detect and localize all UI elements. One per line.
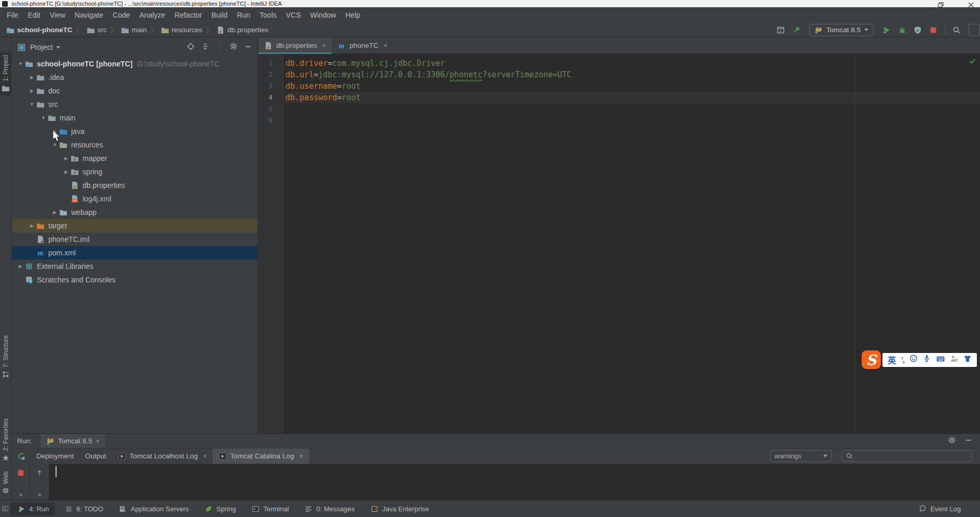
code-line-5[interactable]: 5 (258, 103, 980, 115)
tool-window-button[interactable] (773, 23, 788, 37)
run-configuration-select[interactable]: Tomcat 8.5 (809, 24, 874, 36)
statusbar-6-todo[interactable]: 6: TODO (58, 502, 110, 515)
tree-item-idea[interactable]: ▶.idea (12, 71, 257, 84)
ime-punctuation-toggle[interactable]: ’, (901, 356, 904, 364)
close-window-icon[interactable] (967, 1, 975, 9)
close-icon[interactable]: × (384, 42, 388, 49)
editor-tab-db-properties[interactable]: db.properties× (258, 37, 332, 53)
tree-open-arrow-icon[interactable]: ▼ (16, 61, 25, 66)
tree-item-java[interactable]: ▶java (12, 125, 257, 138)
code-line-2[interactable]: 2db.url=jdbc:mysql://127.0.0.1:3306/phon… (258, 69, 980, 80)
breadcrumb-main[interactable]: main (120, 26, 148, 34)
tree-closed-arrow-icon[interactable]: ▶ (28, 223, 36, 228)
coverage-button[interactable] (910, 23, 925, 37)
run-button[interactable] (879, 23, 894, 37)
code-line-4[interactable]: 4db.password=root (258, 92, 980, 103)
menu-code[interactable]: Code (108, 7, 134, 22)
more-actions-chevrons[interactable]: » (19, 491, 23, 498)
stop-button-icon[interactable] (17, 469, 25, 477)
editor-tab-phonetc[interactable]: mphoneTC× (332, 37, 393, 53)
menu-help[interactable]: Help (341, 7, 365, 22)
scroll-up-icon[interactable] (35, 469, 44, 477)
editor-body[interactable]: 1db.driver=com.mysql.cj.jdbc.Driver2db.u… (258, 54, 980, 433)
close-icon[interactable]: × (300, 452, 304, 460)
menu-vcs[interactable]: VCS (281, 7, 306, 22)
menu-tools[interactable]: Tools (255, 7, 281, 22)
console-tab-tomcat-catalina-log[interactable]: Tomcat Catalina Log× (213, 448, 309, 464)
ime-person-button[interactable]: 11 (950, 355, 958, 365)
menu-analyze[interactable]: Analyze (135, 7, 170, 22)
statusbar-application-servers[interactable]: Application Servers (113, 502, 195, 515)
more-actions-chevrons[interactable]: » (38, 491, 42, 498)
tree-item-doc[interactable]: ▶doc (12, 84, 257, 98)
tree-closed-arrow-icon[interactable]: ▶ (62, 169, 71, 174)
ime-mic-button[interactable] (923, 355, 931, 365)
close-icon[interactable]: × (203, 452, 207, 460)
ime-smiley-button[interactable] (909, 355, 918, 365)
tree-open-arrow-icon[interactable]: ▼ (39, 115, 48, 120)
tree-closed-arrow-icon[interactable]: ▶ (28, 75, 36, 80)
tree-item-mapper[interactable]: ▶mapper (12, 152, 257, 165)
tree-closed-arrow-icon[interactable]: ▶ (16, 264, 25, 269)
restore-window-icon[interactable] (936, 1, 945, 9)
tree-item-webapp[interactable]: ▶webapp (12, 206, 257, 219)
tree-item-school-phonetc-phonetc[interactable]: ▼school-phoneTC [phoneTC]G:\study\school… (12, 57, 257, 71)
project-panel-title[interactable]: Project (30, 43, 53, 51)
tree-closed-arrow-icon[interactable]: ▶ (28, 88, 36, 93)
tree-item-spring[interactable]: ▶spring (12, 165, 257, 179)
tree-item-scratches-and-consoles[interactable]: Scratches and Consoles (12, 273, 257, 287)
sogou-logo-icon[interactable]: S (862, 350, 881, 369)
tree-item-log4j-xml[interactable]: <>log4j.xml (12, 192, 257, 206)
ime-language-mode[interactable]: 英 (888, 353, 896, 366)
chevron-down-icon[interactable] (56, 46, 60, 49)
statusbar-terminal[interactable]: Terminal (245, 502, 295, 515)
console-tab-tomcat-localhost-log[interactable]: Tomcat Localhost Log× (112, 448, 213, 464)
tree-item-target[interactable]: ▶target (12, 219, 257, 233)
tree-item-phonetc-iml[interactable]: phoneTC.iml (12, 233, 257, 246)
run-session-tab[interactable]: Tomcat 8.5 × (40, 434, 106, 448)
console-tab-deployment[interactable]: Deployment (31, 448, 79, 464)
hide-button[interactable] (244, 43, 252, 52)
tree-item-main[interactable]: ▼main (12, 111, 257, 125)
stripe-2-favorites[interactable]: 2: Favorites (0, 415, 11, 465)
tree-open-arrow-icon[interactable]: ▼ (28, 102, 36, 107)
ime-keyboard-button[interactable] (936, 355, 945, 365)
code-lines[interactable]: 1db.driver=com.mysql.cj.jdbc.Driver2db.u… (258, 58, 980, 126)
tree-item-db-properties[interactable]: db.properties (12, 179, 257, 192)
menu-build[interactable]: Build (207, 7, 232, 22)
ime-shirt-button[interactable] (963, 355, 972, 365)
stripe-web[interactable]: Web (0, 468, 11, 498)
console-tab-output[interactable]: Output (79, 448, 112, 464)
breadcrumb-school-phonetc[interactable]: school-phoneTC (5, 26, 74, 34)
close-icon[interactable]: × (96, 437, 100, 445)
code-line-3[interactable]: 3db.username=root (258, 80, 980, 92)
tree-item-pom-xml[interactable]: mpom.xml (12, 246, 257, 260)
code-line-6[interactable]: 6 (258, 115, 980, 126)
inspections-ok-icon[interactable] (968, 57, 976, 65)
code-line-1[interactable]: 1db.driver=com.mysql.cj.jdbc.Driver (258, 58, 980, 69)
stripe-7-structure[interactable]: 7: Structure (0, 332, 11, 382)
menu-view[interactable]: View (45, 7, 70, 22)
tree-closed-arrow-icon[interactable]: ▶ (50, 210, 59, 215)
settings-button[interactable] (229, 42, 238, 52)
statusbar-java-enterprise[interactable]: JJava Enterprise (364, 502, 435, 515)
rerun-button[interactable] (12, 448, 31, 464)
collapse-all-button[interactable] (201, 42, 209, 52)
tree-item-external-libraries[interactable]: ▶External Libraries (12, 260, 257, 273)
menu-navigate[interactable]: Navigate (70, 7, 108, 22)
breadcrumb-resources[interactable]: resources (160, 26, 203, 34)
menu-edit[interactable]: Edit (23, 7, 45, 22)
tree-closed-arrow-icon[interactable]: ▶ (62, 156, 71, 161)
locate-button[interactable] (186, 42, 195, 52)
statusbar-4-run[interactable]: 4: Run (11, 502, 55, 515)
console-search-box[interactable] (841, 450, 972, 462)
stop-button[interactable] (925, 23, 941, 37)
hide-button[interactable] (964, 436, 973, 446)
statusbar-event-log[interactable]: Event Log (912, 502, 967, 515)
settings-button[interactable] (948, 436, 956, 446)
breadcrumb-db-properties[interactable]: db.properties (215, 26, 269, 34)
console-area[interactable]: » » (12, 464, 980, 500)
menu-refactor[interactable]: Refactor (170, 7, 207, 22)
statusbar-0-messages[interactable]: 0: Messages (298, 502, 361, 515)
tree-item-resources[interactable]: ▼resources (12, 138, 257, 152)
